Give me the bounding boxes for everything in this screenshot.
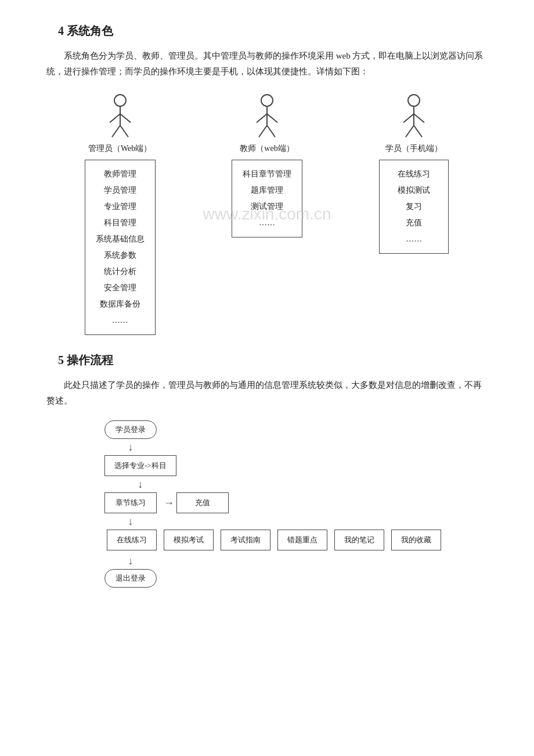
flow-bottom-0: 在线练习 (107, 530, 157, 550)
svg-line-17 (414, 125, 422, 137)
flow-step2-group: 选择专业->科目 ↓ (104, 455, 176, 492)
student-item-4: …… (390, 231, 438, 247)
teacher-item-3: …… (243, 215, 291, 231)
flow-bottom-group: 在线练习 模拟考试 考试指南 错题重点 我的笔记 我的收藏 (104, 530, 443, 550)
svg-line-8 (257, 114, 267, 123)
teacher-label: 教师（web端） (240, 143, 294, 154)
student-item-1: 模拟测试 (390, 182, 438, 199)
admin-item-7: 安全管理 (96, 280, 145, 296)
admin-item-2: 专业管理 (96, 199, 145, 215)
flow-bottom-1-group: 模拟考试 (161, 530, 216, 550)
student-box: 在线练习 模拟测试 复习 充值 …… (379, 160, 449, 254)
flow-step2: 选择专业->科目 (104, 455, 176, 476)
role-diagram-container: www.zixin.com.cn 管理员（Web端） 教师管理 学员管理 专业管… (46, 93, 488, 335)
flow-step3a-group: 章节练习 ↓ (104, 492, 157, 530)
flow-bottom-5: 我的收藏 (391, 530, 441, 550)
admin-item-0: 教师管理 (96, 166, 145, 182)
arrow-1: ↓ (104, 439, 157, 455)
section5-title: 5 操作流程 (58, 352, 488, 368)
role-diagram: 管理员（Web端） 教师管理 学员管理 专业管理 科目管理 系统基础信息 系统参… (46, 93, 488, 335)
flow-end-group: ↓ 退出登录 (104, 553, 157, 588)
arrow-2: ↓ (114, 476, 167, 492)
flow-bottom-4-group: 我的笔记 (332, 530, 387, 550)
flow-bottom-0-group: 在线练习 (104, 530, 159, 550)
flow-bottom-5-group: 我的收藏 (389, 530, 443, 550)
flowchart: 学员登录 ↓ 选择专业->科目 ↓ 章节练习 ↓ → 充值 在线练习 模拟考试 … (46, 420, 488, 588)
arrow-right-1: → (164, 497, 174, 509)
admin-box: 教师管理 学员管理 专业管理 科目管理 系统基础信息 系统参数 统计分析 安全管… (85, 160, 156, 335)
svg-line-2 (110, 114, 120, 123)
flow-end: 退出登录 (104, 569, 157, 588)
admin-item-3: 科目管理 (96, 215, 145, 231)
svg-line-9 (267, 114, 277, 123)
admin-label: 管理员（Web端） (88, 143, 151, 154)
svg-line-15 (414, 114, 424, 123)
admin-item-4: 系统基础信息 (96, 231, 145, 247)
svg-point-6 (261, 95, 273, 106)
flow-bottom-3: 错题重点 (277, 530, 327, 550)
admin-item-9: …… (96, 312, 145, 329)
flow-bottom-4: 我的笔记 (334, 530, 384, 550)
section5-para1: 此处只描述了学员的操作，管理员与教师的与通用的信息管理系统较类似，大多数是对信息… (46, 377, 488, 409)
teacher-person-icon (250, 93, 284, 140)
admin-item-5: 系统参数 (96, 247, 145, 264)
svg-line-4 (112, 125, 120, 137)
flow-step3a: 章节练习 (104, 492, 157, 513)
flow-bottom-2: 考试指南 (221, 530, 270, 550)
admin-item-6: 统计分析 (96, 264, 145, 280)
role-teacher-column: 教师（web端） 科目章节管理 题库管理 测试管理 …… (197, 93, 337, 237)
flow-start-group: 学员登录 ↓ (104, 420, 157, 455)
student-item-3: 充值 (390, 215, 438, 231)
svg-point-12 (408, 95, 420, 106)
flow-start: 学员登录 (104, 420, 157, 439)
section4-para1: 系统角色分为学员、教师、管理员。其中管理员与教师的操作环境采用 web 方式，即… (46, 48, 488, 80)
admin-item-1: 学员管理 (96, 182, 145, 199)
student-person-icon (396, 93, 431, 140)
flow-bottom-3-group: 错题重点 (275, 530, 330, 550)
role-student-column: 学员（手机端） 在线练习 模拟测试 复习 充值 …… (344, 93, 484, 254)
arrow-3: ↓ (104, 513, 157, 530)
flow-bottom-1: 模拟考试 (164, 530, 214, 550)
svg-line-16 (406, 125, 414, 137)
svg-line-5 (120, 125, 128, 137)
role-admin-column: 管理员（Web端） 教师管理 学员管理 专业管理 科目管理 系统基础信息 系统参… (50, 93, 190, 335)
teacher-box: 科目章节管理 题库管理 测试管理 …… (232, 160, 302, 237)
admin-item-8: 数据库备份 (96, 296, 145, 312)
teacher-item-0: 科目章节管理 (243, 166, 291, 182)
teacher-item-1: 题库管理 (243, 182, 291, 199)
flow-step3-group: 章节练习 ↓ → 充值 (104, 492, 229, 530)
student-item-0: 在线练习 (390, 166, 438, 182)
svg-line-10 (259, 125, 267, 137)
svg-line-14 (403, 114, 414, 123)
admin-person-icon (103, 93, 138, 140)
student-label: 学员（手机端） (385, 143, 442, 154)
flow-bottom-2-group: 考试指南 (218, 530, 273, 550)
arrow-4: ↓ (104, 553, 157, 569)
flow-step3b: 充值 (176, 492, 229, 513)
flow-step3b-group: → 充值 (161, 492, 229, 513)
section4-title: 4 系统角色 (58, 23, 488, 39)
svg-line-3 (120, 114, 131, 123)
teacher-item-2: 测试管理 (243, 199, 291, 215)
student-item-2: 复习 (390, 199, 438, 215)
svg-point-0 (114, 95, 126, 106)
svg-line-11 (267, 125, 275, 137)
